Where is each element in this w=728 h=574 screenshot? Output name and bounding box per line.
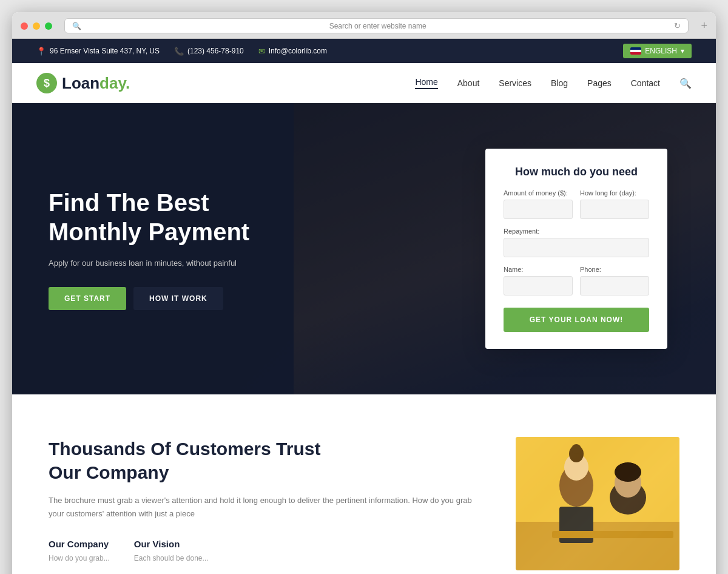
- repayment-label: Repayment:: [504, 228, 649, 235]
- logo-icon: $: [36, 73, 57, 93]
- duration-label: How long for (day):: [580, 189, 649, 197]
- address-bar[interactable]: 🔍 Search or enter website name ↻: [64, 18, 689, 33]
- name-input[interactable]: [504, 276, 573, 295]
- nav-contact[interactable]: Contact: [631, 78, 660, 88]
- nav-about[interactable]: About: [457, 78, 480, 88]
- how-it-work-button[interactable]: HOW IT WORK: [133, 287, 223, 310]
- location-icon: 📍: [36, 47, 46, 56]
- contact-bar: 📍 96 Ernser Vista Suite 437, NY, US 📞 (1…: [12, 39, 716, 63]
- reload-icon[interactable]: ↻: [674, 21, 681, 30]
- nav-services[interactable]: Services: [499, 78, 531, 88]
- duration-group: How long for (day):: [580, 189, 649, 219]
- contact-bar-left: 📍 96 Ernser Vista Suite 437, NY, US 📞 (1…: [36, 47, 327, 56]
- website-content: 📍 96 Ernser Vista Suite 437, NY, US 📞 (1…: [12, 39, 716, 574]
- form-title: How much do you need: [504, 166, 649, 178]
- get-start-button[interactable]: GET START: [49, 287, 126, 310]
- repayment-group: Repayment:: [504, 228, 649, 257]
- navbar: $ Loanday. Home About Services Blog Page…: [12, 63, 716, 103]
- name-group: Name:: [504, 266, 573, 295]
- search-icon: 🔍: [72, 22, 81, 30]
- loan-form-card: How much do you need Amount of money ($)…: [485, 149, 667, 349]
- phone-icon: 📞: [174, 47, 184, 56]
- about-section: Thousands Of Customers TrustOur Company …: [12, 394, 716, 574]
- language-label: ENGLISH: [645, 47, 677, 55]
- close-dot[interactable]: [21, 22, 28, 30]
- about-col-company: Our Company How do you grab...: [49, 539, 110, 564]
- logo[interactable]: $ Loanday.: [36, 73, 130, 93]
- about-image: [516, 437, 679, 570]
- search-icon[interactable]: 🔍: [679, 78, 692, 89]
- phone-item: 📞 (123) 456-78-910: [174, 47, 244, 56]
- about-content: Thousands Of Customers TrustOur Company …: [49, 437, 479, 564]
- logo-symbol: $: [44, 77, 50, 90]
- get-loan-button[interactable]: GET YOUR LOAN NOW!: [504, 308, 649, 332]
- about-col-vision: Our Vision Each should be done...: [134, 539, 209, 564]
- language-button[interactable]: ENGLISH ▾: [623, 44, 692, 58]
- company-col-title: Our Company: [49, 539, 110, 549]
- nav-pages[interactable]: Pages: [587, 78, 612, 88]
- email-icon: ✉: [258, 47, 265, 56]
- nav-links: Home About Services Blog Pages Contact 🔍: [415, 77, 692, 89]
- minimize-dot[interactable]: [33, 22, 40, 30]
- svg-point-5: [571, 444, 581, 454]
- hero-section: Find The BestMonthly Payment Apply for o…: [12, 103, 716, 394]
- chevron-down-icon: ▾: [681, 47, 684, 55]
- vision-col-text: Each should be done...: [134, 553, 209, 564]
- nav-home[interactable]: Home: [415, 77, 437, 89]
- svg-rect-10: [552, 531, 673, 538]
- svg-rect-1: [516, 522, 679, 570]
- about-description: The brochure must grab a viewer's attent…: [49, 494, 479, 521]
- address-item: 📍 96 Ernser Vista Suite 437, NY, US: [36, 47, 160, 56]
- browser-chrome: 🔍 Search or enter website name ↻ +: [12, 12, 716, 39]
- address-text: Search or enter website name: [85, 22, 670, 30]
- email-text: Info@colorlib.com: [269, 47, 327, 55]
- browser-controls: 🔍 Search or enter website name ↻ +: [21, 18, 707, 33]
- phone-input[interactable]: [580, 276, 649, 295]
- amount-label: Amount of money ($):: [504, 189, 573, 197]
- phone-text: (123) 456-78-910: [187, 47, 244, 55]
- new-tab-button[interactable]: +: [701, 19, 707, 32]
- form-row-2: Repayment:: [504, 228, 649, 257]
- address-text: 96 Ernser Vista Suite 437, NY, US: [50, 47, 160, 55]
- phone-group: Phone:: [580, 266, 649, 295]
- svg-point-9: [615, 462, 641, 482]
- amount-group: Amount of money ($):: [504, 189, 573, 219]
- phone-label: Phone:: [580, 266, 649, 273]
- name-label: Name:: [504, 266, 573, 273]
- vision-col-title: Our Vision: [134, 539, 209, 549]
- browser-window: 🔍 Search or enter website name ↻ + 📍 96 …: [12, 12, 716, 574]
- flag-icon: [630, 47, 641, 55]
- nav-blog[interactable]: Blog: [551, 78, 568, 88]
- duration-input[interactable]: [580, 200, 649, 219]
- maximize-dot[interactable]: [45, 22, 52, 30]
- email-item: ✉ Info@colorlib.com: [258, 47, 327, 56]
- form-row-1: Amount of money ($): How long for (day):: [504, 189, 649, 219]
- about-image-background: [516, 437, 679, 570]
- amount-input[interactable]: [504, 200, 573, 219]
- company-col-text: How do you grab...: [49, 553, 110, 564]
- about-image-svg: [516, 437, 679, 570]
- about-columns: Our Company How do you grab... Our Visio…: [49, 539, 479, 564]
- logo-text: Loanday.: [62, 74, 130, 93]
- form-row-3: Name: Phone:: [504, 266, 649, 295]
- about-title: Thousands Of Customers TrustOur Company: [49, 437, 479, 484]
- repayment-input[interactable]: [504, 238, 649, 257]
